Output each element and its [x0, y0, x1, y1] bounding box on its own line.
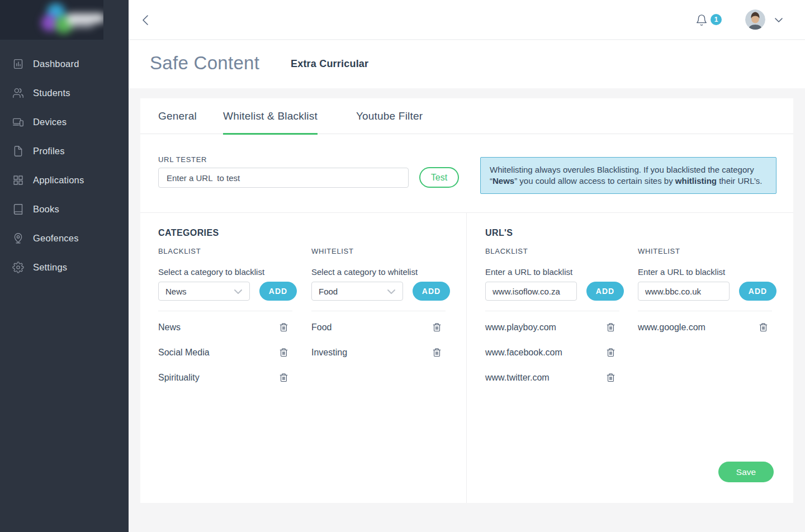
blacklist-url-list: www.playboy.com www.facebook.com www.twi… [485, 311, 619, 390]
info-text-bold: News [493, 176, 514, 186]
title-strip: Safe Content Extra Curricular [129, 40, 805, 88]
sidebar-item-dashboard[interactable]: Dashboard [0, 49, 129, 78]
top-header: 1 [129, 0, 805, 40]
trash-icon[interactable] [759, 320, 772, 335]
info-text-bold: whitlisting [675, 176, 717, 186]
trash-icon[interactable] [279, 345, 292, 360]
save-button[interactable]: Save [718, 462, 774, 482]
sidebar-item-label: Students [33, 88, 70, 98]
add-url-blacklist-button[interactable]: ADD [586, 282, 624, 301]
books-icon [12, 203, 24, 215]
url-whitelist-input[interactable] [638, 282, 730, 301]
category-whitelist-select[interactable]: Food [311, 282, 403, 301]
list-item-label: www.google.com [638, 322, 705, 332]
user-avatar[interactable] [745, 10, 765, 30]
url-tester-label: URL TESTER [158, 155, 207, 164]
info-text: ” you could allow access to certain site… [514, 176, 675, 186]
tab-youtube-filter[interactable]: Youtube Filter [356, 98, 423, 134]
sidebar-item-devices[interactable]: Devices [0, 107, 129, 136]
safe-content-card: General Whitelist & Blacklist Youtube Fi… [140, 98, 793, 503]
whitelist-category-list: Food Investing [311, 311, 446, 365]
url-blacklist-caption: Enter a URL to blacklist [485, 267, 624, 277]
list-item-label: Investing [311, 348, 347, 358]
devices-icon [12, 116, 24, 128]
list-item-label: www.twitter.com [485, 373, 550, 383]
sidebar-item-students[interactable]: Students [0, 78, 129, 107]
list-item-label: Food [311, 322, 332, 332]
settings-icon [12, 262, 24, 273]
sidebar-item-label: Books [33, 204, 59, 215]
selected-category: Food [319, 287, 338, 296]
whitelist-select-caption: Select a category to whitelist [311, 267, 450, 277]
list-item: www.google.com [638, 315, 772, 340]
blacklist-category-list: News Social Media Spirituality [158, 311, 292, 390]
tab-bar: General Whitelist & Blacklist Youtube Fi… [140, 98, 793, 134]
blacklist-label: BLACKLIST [158, 247, 297, 255]
page-title: Safe Content [150, 53, 259, 74]
list-item-label: Social Media [158, 348, 210, 358]
sidebar-item-settings[interactable]: Settings [0, 253, 129, 282]
brand-logo[interactable] [0, 0, 103, 40]
selected-category: News [165, 287, 187, 296]
trash-icon[interactable] [279, 320, 292, 335]
sidebar-item-label: Settings [33, 262, 67, 273]
list-item: Investing [311, 340, 446, 365]
notification-bell-icon[interactable] [695, 14, 708, 27]
urls-whitelist-column: WHITELIST Enter a URL to blacklist ADD w… [638, 247, 776, 340]
info-note: Whitelisting always overules Blacklistin… [480, 157, 776, 194]
back-button[interactable] [140, 15, 153, 26]
add-url-whitelist-button[interactable]: ADD [739, 282, 776, 301]
applications-icon [12, 174, 24, 186]
trash-icon[interactable] [606, 370, 619, 385]
trash-icon[interactable] [606, 345, 619, 360]
sidebar-item-applications[interactable]: Applications [0, 165, 129, 194]
url-blacklist-input[interactable] [485, 282, 577, 301]
tab-general[interactable]: General [158, 98, 197, 134]
profiles-icon [12, 145, 24, 157]
horizontal-divider [140, 212, 793, 213]
sidebar-item-profiles[interactable]: Profiles [0, 136, 129, 165]
students-icon [12, 87, 24, 99]
list-item-label: www.facebook.com [485, 348, 562, 358]
list-item: News [158, 315, 292, 340]
list-item: Social Media [158, 340, 292, 365]
vertical-divider [466, 212, 467, 503]
categories-whitelist-column: WHITELIST Select a category to whitelist… [311, 247, 450, 365]
dashboard-icon [12, 58, 24, 70]
trash-icon[interactable] [606, 320, 619, 335]
sidebar-item-label: Applications [33, 175, 84, 186]
trash-icon[interactable] [432, 320, 446, 335]
notification-count-badge[interactable]: 1 [711, 14, 722, 25]
sidebar-item-books[interactable]: Books [0, 194, 129, 224]
test-button[interactable]: Test [419, 167, 459, 188]
urls-blacklist-column: BLACKLIST Enter a URL to blacklist ADD w… [485, 247, 624, 390]
categories-heading: CATEGORIES [158, 228, 219, 238]
sidebar-item-label: Devices [33, 117, 67, 127]
category-blacklist-select[interactable]: News [158, 282, 250, 301]
chevron-down-icon [234, 289, 243, 294]
add-category-whitelist-button[interactable]: ADD [413, 282, 450, 301]
sidebar-item-geofences[interactable]: Geofences [0, 224, 129, 253]
geofences-icon [12, 232, 24, 244]
url-tester-input[interactable] [158, 168, 409, 188]
add-category-blacklist-button[interactable]: ADD [259, 282, 297, 301]
urls-heading: URL'S [485, 228, 513, 238]
sidebar-item-label: Dashboard [33, 59, 79, 69]
list-item: www.twitter.com [485, 365, 619, 390]
sidebar-item-label: Profiles [33, 146, 65, 156]
tab-whitelist-blacklist[interactable]: Whitelist & Blacklist [223, 98, 318, 134]
trash-icon[interactable] [432, 345, 446, 360]
trash-icon[interactable] [279, 370, 292, 385]
whitelist-label: WHITELIST [638, 247, 776, 255]
profile-chevron-down-icon[interactable] [774, 17, 783, 23]
sidebar-item-label: Geofences [33, 233, 79, 244]
blacklist-select-caption: Select a category to blacklist [158, 267, 297, 277]
chevron-down-icon [387, 289, 396, 294]
categories-blacklist-column: BLACKLIST Select a category to blacklist… [158, 247, 297, 390]
list-item: Food [311, 315, 446, 340]
sidebar: Dashboard Students Devices Profiles Appl… [0, 0, 129, 532]
list-item-label: Spirituality [158, 373, 200, 383]
list-item: www.facebook.com [485, 340, 619, 365]
list-item: Spirituality [158, 365, 292, 390]
list-item-label: www.playboy.com [485, 322, 556, 332]
